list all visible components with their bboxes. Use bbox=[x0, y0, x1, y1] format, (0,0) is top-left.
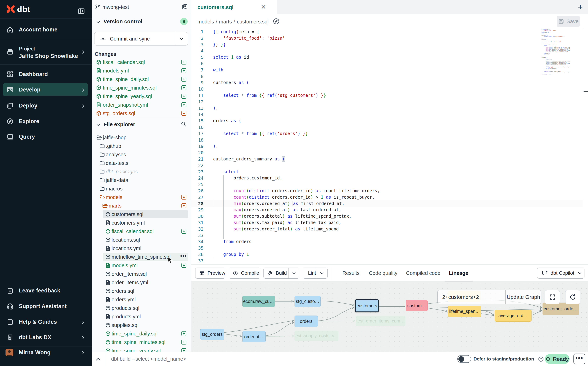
tab-results[interactable]: Results bbox=[342, 265, 360, 282]
dbt-copilot-button[interactable]: dbt Copilot bbox=[537, 267, 584, 279]
lineage-node-ecom-raw-customers[interactable]: ecom.raw_cu… bbox=[242, 296, 275, 307]
more-options-button[interactable]: ••• bbox=[573, 354, 585, 364]
stage-file-badge[interactable] bbox=[181, 102, 186, 107]
lineage-node-test-supply-costs[interactable]: test_supply_costs_s… bbox=[295, 331, 338, 341]
lineage-node-test-order-items[interactable]: test_order_items_com… bbox=[356, 316, 405, 326]
chevron-up-icon[interactable] bbox=[95, 356, 101, 362]
tree-item-time_spine_yearly.sql[interactable]: time_spine_yearly.sql bbox=[92, 346, 191, 352]
changed-file-models.yml[interactable]: models.yml bbox=[92, 67, 191, 75]
refresh-button[interactable] bbox=[565, 290, 580, 304]
tree-item-orders.yml[interactable]: orders.yml bbox=[92, 295, 191, 304]
lineage-search-input[interactable]: 2+customers+2 bbox=[438, 290, 506, 304]
file-explorer-header[interactable]: File explorer bbox=[92, 117, 191, 131]
modified-badge[interactable] bbox=[181, 203, 186, 208]
changed-file-fiscal_calendar.sql[interactable]: fiscal_calendar.sql bbox=[92, 58, 191, 67]
tree-item-data-tests[interactable]: data-tests bbox=[92, 159, 191, 167]
new-tab-button[interactable]: + bbox=[576, 3, 584, 11]
modified-badge[interactable] bbox=[181, 195, 186, 199]
sidebar-item-dbt-labs-dx[interactable]: dbt Labs DX bbox=[0, 330, 92, 345]
minimap[interactable]: {{ config(meta = { 'favorite_food': 'piz… bbox=[542, 29, 570, 76]
tab-customers-sql[interactable]: customers.sql ✕ bbox=[191, 0, 277, 14]
update-graph-button[interactable]: Update Graph bbox=[506, 290, 541, 304]
stage-file-badge[interactable] bbox=[181, 348, 186, 352]
compass-icon[interactable] bbox=[273, 18, 280, 25]
tree-item-.github[interactable]: .github bbox=[92, 142, 191, 150]
stage-file-badge[interactable] bbox=[181, 60, 186, 64]
changed-file-time_spine_yearly.sql[interactable]: time_spine_yearly.sql bbox=[92, 92, 191, 100]
lineage-node-average-order[interactable]: average_ord… bbox=[495, 310, 532, 322]
tree-item-locations.yml[interactable]: locations.yml bbox=[92, 244, 191, 253]
build-button[interactable]: Build bbox=[263, 267, 299, 279]
tree-item-products.yml[interactable]: products.yml bbox=[92, 312, 191, 321]
tab-lineage[interactable]: Lineage bbox=[449, 265, 468, 282]
tree-item-jaffle-shop[interactable]: jaffle-shop bbox=[92, 133, 191, 142]
changed-file-stg_orders.sql[interactable]: stg_orders.sql bbox=[92, 109, 191, 117]
tree-item-order_items.sql[interactable]: order_items.sql bbox=[92, 270, 191, 278]
lineage-node-stg-orders[interactable]: stg_orders bbox=[200, 329, 224, 340]
lineage-node-stg-customers[interactable]: stg_custo… bbox=[295, 296, 321, 307]
lineage-canvas[interactable]: ecom.raw_cu…stg_custo…customerscustom…li… bbox=[191, 282, 588, 352]
breadcrumb-customers.sql[interactable]: customers.sql bbox=[237, 19, 269, 24]
sidebar-item-account-home[interactable]: Account home bbox=[0, 22, 92, 38]
lineage-node-order-items[interactable]: order_it… bbox=[242, 331, 266, 342]
save-button[interactable]: Save bbox=[557, 16, 580, 27]
changed-file-order_snapshot.yml[interactable]: order_snapshot.yml bbox=[92, 100, 191, 109]
stage-file-badge[interactable] bbox=[181, 68, 186, 73]
stage-file-badge[interactable] bbox=[181, 77, 186, 82]
sidebar-item-develop[interactable]: Develop bbox=[0, 82, 92, 98]
lineage-node-customer-node[interactable]: custom… bbox=[406, 300, 428, 311]
stage-file-badge[interactable] bbox=[181, 340, 186, 344]
tree-item-models.yml[interactable]: models.yml bbox=[92, 261, 191, 270]
copy-icon[interactable] bbox=[181, 4, 188, 10]
close-icon[interactable]: ✕ bbox=[260, 4, 267, 11]
sidebar-item-explore[interactable]: Explore bbox=[0, 114, 92, 129]
tree-item-fiscal_calendar.sql[interactable]: fiscal_calendar.sql bbox=[92, 227, 191, 236]
lineage-node-orders[interactable]: orders bbox=[295, 316, 318, 327]
tree-item-marts[interactable]: marts bbox=[92, 201, 191, 210]
breadcrumb-marts[interactable]: marts bbox=[219, 19, 232, 24]
compile-button[interactable]: Compile bbox=[229, 267, 260, 279]
tree-item-time_spine_daily.sql[interactable]: time_spine_daily.sql bbox=[92, 329, 191, 338]
tree-item-dbt_packages[interactable]: dbt_packages bbox=[92, 167, 191, 176]
stage-file-badge[interactable] bbox=[181, 94, 186, 99]
sidebar-item-help-guides[interactable]: Help & Guides bbox=[0, 314, 92, 330]
command-input[interactable]: dbt build --select <model_name> bbox=[111, 356, 186, 362]
stage-file-badge[interactable] bbox=[181, 331, 186, 336]
sidebar-item-dashboard[interactable]: Dashboard bbox=[0, 67, 92, 82]
sidebar-item-support-assistant[interactable]: Support Assistant bbox=[0, 298, 92, 314]
tree-item-order_items.yml[interactable]: order_items.yml bbox=[92, 278, 191, 287]
lineage-node-customers[interactable]: customers bbox=[355, 299, 379, 312]
commit-dropdown-button[interactable] bbox=[175, 32, 188, 45]
tree-item-supplies.sql[interactable]: supplies.sql bbox=[92, 321, 191, 329]
build-dropdown[interactable] bbox=[289, 268, 299, 278]
fullscreen-button[interactable] bbox=[545, 290, 560, 304]
preview-button[interactable]: Preview bbox=[195, 267, 225, 279]
help-circle-icon[interactable] bbox=[538, 356, 544, 362]
sidebar-collapse-icon[interactable] bbox=[77, 7, 85, 15]
sidebar-item-leave-feedback[interactable]: Leave feedback bbox=[0, 283, 92, 298]
tree-item-customers.sql[interactable]: customers.sql bbox=[92, 210, 191, 219]
commit-and-sync-button[interactable]: Commit and sync bbox=[94, 32, 188, 46]
defer-toggle[interactable] bbox=[457, 355, 471, 363]
lint-button[interactable]: Lint bbox=[303, 267, 327, 279]
tree-item-time_spine_minutes.sql[interactable]: time_spine_minutes.sql bbox=[92, 338, 191, 346]
changed-file-time_spine_daily.sql[interactable]: time_spine_daily.sql bbox=[92, 75, 191, 84]
stage-file-badge[interactable] bbox=[181, 263, 186, 268]
row-menu-button[interactable]: ••• bbox=[180, 255, 188, 259]
changed-file-time_spine_minutes.sql[interactable]: time_spine_minutes.sql bbox=[92, 84, 191, 92]
search-icon[interactable] bbox=[180, 121, 186, 127]
tree-item-macros[interactable]: macros bbox=[92, 184, 191, 193]
breadcrumb-models[interactable]: models bbox=[197, 19, 214, 24]
tree-item-customers.yml[interactable]: customers.yml bbox=[92, 219, 191, 227]
tree-item-metricflow_time_spine.sql[interactable]: metricflow_time_spine.sql••• bbox=[92, 253, 191, 261]
sidebar-user-menu[interactable]: Mirna Wong bbox=[0, 352, 92, 360]
sidebar-item-query[interactable]: Query bbox=[0, 129, 92, 145]
lint-dropdown[interactable] bbox=[316, 268, 327, 278]
tree-item-jaffle-data[interactable]: jaffle-data bbox=[92, 176, 191, 184]
tree-item-products.sql[interactable]: products.sql bbox=[92, 304, 191, 312]
lineage-node-customer-orders[interactable]: customer_orde… bbox=[543, 303, 579, 315]
tree-item-analyses[interactable]: analyses bbox=[92, 150, 191, 159]
tree-item-locations.sql[interactable]: locations.sql bbox=[92, 236, 191, 244]
sidebar-item-project[interactable]: ProjectJaffle Shop Snowflake bbox=[0, 40, 92, 63]
stage-file-badge[interactable] bbox=[181, 85, 186, 90]
